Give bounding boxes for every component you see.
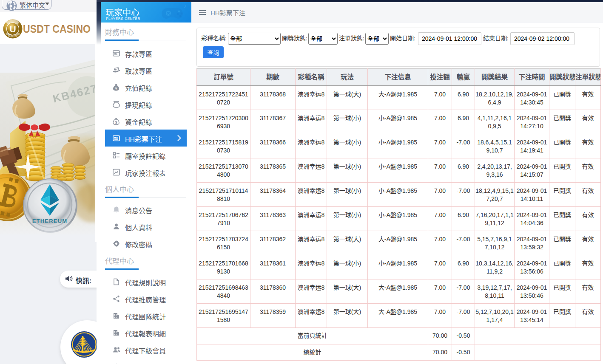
svg-text:U: U (9, 24, 16, 34)
svg-text:USDT CASINO: USDT CASINO (23, 23, 91, 35)
svg-text:$: $ (115, 120, 117, 124)
svg-text:Casino: Casino (8, 34, 17, 37)
svg-text:¥: ¥ (115, 87, 117, 90)
